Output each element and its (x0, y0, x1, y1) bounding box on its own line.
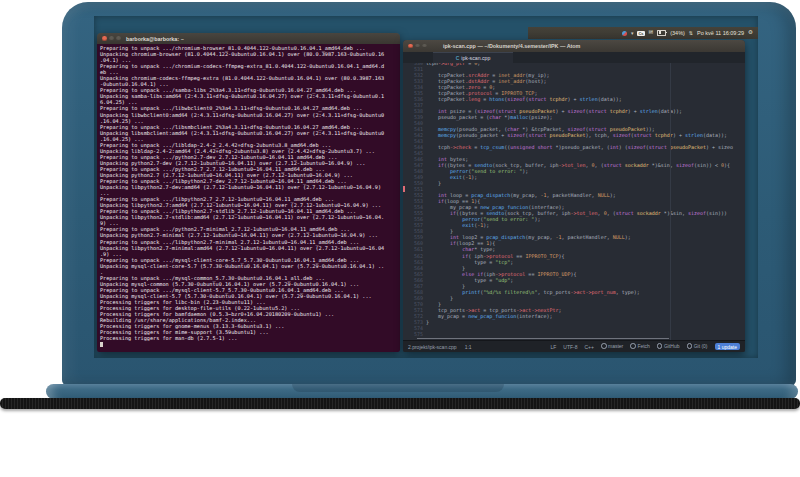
keyboard-layout-indicator[interactable]: Cs (637, 31, 644, 36)
tab-ipk-scan[interactable]: C ipk-scan.cpp (433, 52, 513, 63)
horizontal-scrollbar[interactable] (417, 338, 669, 339)
trackpad-notch (292, 384, 504, 392)
battery-percentage[interactable]: (34%) (670, 30, 685, 36)
github-icon (657, 343, 663, 349)
atom-titlebar: ipk-scan.cpp — ~/Dokumenty/4.semester/IP… (403, 40, 745, 52)
code-lines: 530tcph->urg_ptr = 0;531532 tcpPacket.sr… (403, 63, 745, 337)
network-indicator-icon[interactable]: ⇅ (689, 31, 693, 36)
atom-statusbar: 2.projekt/ipk-scan.cpp 1:1 LF UTF-8 C++ … (403, 340, 745, 352)
terminal-cursor (100, 342, 103, 347)
atom-close-button[interactable] (408, 44, 413, 49)
status-encoding[interactable]: UTF-8 (563, 344, 577, 350)
status-file-path[interactable]: 2.projekt/ipk-scan.cpp (408, 344, 457, 350)
atom-minimize-button[interactable] (415, 44, 420, 49)
status-eol[interactable]: LF (550, 344, 556, 350)
atom-window: ipk-scan.cpp — ~/Dokumenty/4.semester/IP… (403, 40, 745, 352)
volume-indicator-icon[interactable]: ▾ (631, 31, 634, 36)
laptop-bottom-edge (0, 398, 800, 409)
update-badge[interactable]: 1 update (715, 343, 740, 350)
laptop-lid: ▾ Cs ✉ (34%) ⇅ Po kvě 11 16:09:29 ⚙ barb… (62, 2, 796, 386)
status-github[interactable]: GitHub (657, 343, 680, 349)
laptop-keyboard-deck (46, 384, 798, 399)
terminal-minimize-button[interactable] (109, 36, 114, 41)
terminal-maximize-button[interactable] (116, 36, 121, 41)
terminal-title: barborka@barborka: ~ (126, 36, 184, 42)
atom-maximize-button[interactable] (422, 44, 427, 49)
code-editor[interactable]: 530tcph->urg_ptr = 0;531532 tcpPacket.sr… (403, 63, 745, 340)
git-changes-icon (687, 343, 693, 349)
wrap-guide (670, 63, 671, 340)
terminal-titlebar: barborka@barborka: ~ (97, 33, 400, 44)
panel-clock[interactable]: Po kvě 11 16:09:29 (697, 30, 744, 36)
laptop-mockup: ▾ Cs ✉ (34%) ⇅ Po kvě 11 16:09:29 ⚙ barb… (0, 0, 800, 477)
laptop-screen: ▾ Cs ✉ (34%) ⇅ Po kvě 11 16:09:29 ⚙ barb… (94, 16, 758, 358)
status-git-branch[interactable]: master (601, 343, 623, 349)
status-git-changes[interactable]: Git (0) (687, 343, 708, 349)
status-grammar[interactable]: C++ (584, 344, 593, 350)
session-gear-icon[interactable]: ⚙ (748, 30, 753, 36)
terminal-close-button[interactable] (102, 36, 107, 41)
battery-icon[interactable] (657, 30, 666, 36)
status-cursor-position[interactable]: 1:1 (465, 344, 472, 350)
fetch-refresh-icon (630, 343, 636, 349)
atom-tabbar: C ipk-scan.cpp (403, 52, 745, 63)
branch-icon (601, 343, 607, 349)
atom-title: ipk-scan.cpp — ~/Dokumenty/4.semester/IP… (443, 43, 580, 49)
status-fetch[interactable]: Fetch (630, 343, 650, 349)
tab-label: ipk-scan.cpp (461, 55, 490, 61)
ubuntu-top-panel: ▾ Cs ✉ (34%) ⇅ Po kvě 11 16:09:29 ⚙ (528, 27, 758, 39)
terminal-window: barborka@barborka: ~ Preparing to unpack… (97, 33, 400, 352)
input-method-icon[interactable] (622, 31, 627, 36)
terminal-output[interactable]: Preparing to unpack .../chromium-browser… (97, 44, 400, 352)
cpp-file-icon: C (456, 56, 460, 61)
message-indicator-icon[interactable]: ✉ (649, 30, 654, 36)
